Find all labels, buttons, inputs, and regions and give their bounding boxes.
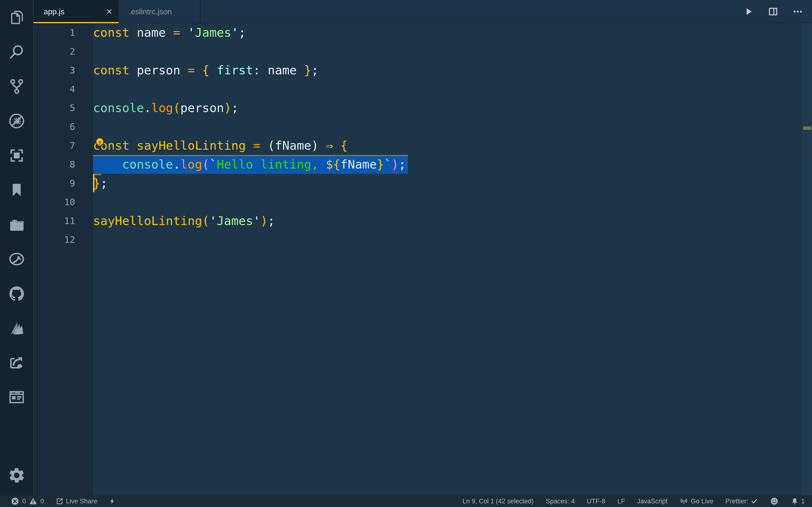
code-token: log bbox=[151, 101, 173, 115]
code-token: ' bbox=[188, 25, 195, 40]
code-token: sayHelloLinting bbox=[93, 214, 202, 228]
line-content[interactable] bbox=[93, 193, 802, 212]
sidebar-item-explorer[interactable] bbox=[0, 0, 33, 35]
code-token: ( bbox=[202, 214, 209, 228]
line-content[interactable] bbox=[93, 42, 802, 61]
overview-ruler[interactable] bbox=[802, 23, 812, 495]
sidebar-item-debug[interactable] bbox=[0, 104, 33, 138]
code-token: first: bbox=[217, 63, 260, 77]
line-content[interactable]: sayHelloLinting('James'); bbox=[93, 212, 802, 230]
git-branch-icon bbox=[8, 78, 26, 95]
sidebar-item-paper-stack[interactable] bbox=[0, 311, 33, 345]
line-content[interactable]: console.log(`Hello linting, ${fName}`); bbox=[93, 155, 802, 174]
line-content[interactable]: const sayHelloLinting = (fName) ⇒ { bbox=[93, 136, 802, 155]
code-token: . bbox=[173, 157, 180, 171]
line-content[interactable]: console.log(person); bbox=[93, 99, 802, 117]
line-content[interactable]: const person = { first: name }; bbox=[93, 61, 802, 80]
language-mode[interactable]: JavaScript bbox=[637, 498, 667, 505]
sidebar-item-code-runner[interactable] bbox=[0, 242, 33, 276]
code-token bbox=[260, 63, 267, 77]
code-line[interactable]: 8 console.log(`Hello linting, ${fName}`)… bbox=[34, 155, 802, 174]
folder-icon bbox=[8, 216, 26, 233]
lightning-status[interactable] bbox=[109, 498, 116, 505]
sidebar-item-screenshot[interactable] bbox=[0, 138, 33, 173]
line-number: 6 bbox=[34, 117, 93, 136]
code-line[interactable]: 11sayHelloLinting('James'); bbox=[34, 212, 802, 230]
code-line[interactable]: 2 bbox=[34, 42, 802, 61]
editor-actions bbox=[743, 0, 812, 23]
code-line[interactable]: 12 bbox=[34, 230, 802, 249]
live-share-status[interactable]: Live Share bbox=[56, 497, 97, 505]
split-editor-icon[interactable] bbox=[767, 6, 779, 17]
tab-eslintrc-json[interactable]: .eslintrc.json bbox=[119, 0, 201, 23]
sidebar-item-bookmarks[interactable] bbox=[0, 173, 33, 207]
code-line[interactable]: 9}; bbox=[34, 174, 802, 193]
settings-button[interactable] bbox=[0, 458, 33, 493]
notifications-status[interactable]: 1 bbox=[791, 497, 805, 505]
close-icon[interactable]: ✕ bbox=[106, 8, 112, 15]
code-token bbox=[260, 138, 267, 153]
code-token: ' bbox=[209, 214, 217, 228]
code-token: name bbox=[137, 25, 166, 40]
go-live-status[interactable]: Go Live bbox=[679, 497, 713, 506]
code-token bbox=[246, 138, 253, 153]
line-content[interactable] bbox=[93, 117, 802, 136]
sidebar-item-source-control[interactable] bbox=[0, 69, 33, 104]
line-number: 7 bbox=[34, 136, 93, 155]
live-share-icon bbox=[56, 497, 63, 505]
eol-sequence[interactable]: LF bbox=[617, 498, 625, 505]
code-editor[interactable]: 1const name = 'James';23const person = {… bbox=[34, 23, 812, 495]
sidebar-item-search[interactable] bbox=[0, 35, 33, 69]
code-token bbox=[130, 25, 137, 40]
cursor-position[interactable]: Ln 9, Col 1 (42 selected) bbox=[463, 498, 534, 505]
line-content[interactable]: const name = 'James'; bbox=[93, 23, 802, 42]
code-token: ) bbox=[311, 138, 318, 153]
sidebar-item-project-manager[interactable] bbox=[0, 207, 33, 242]
problems-status[interactable]: 0 0 bbox=[11, 497, 44, 506]
code-token: fName bbox=[341, 157, 377, 171]
code-token bbox=[297, 63, 304, 77]
code-line[interactable]: 10 bbox=[34, 193, 802, 212]
code-line[interactable]: 5console.log(person); bbox=[34, 99, 802, 117]
github-icon bbox=[8, 285, 26, 302]
sidebar-item-github[interactable] bbox=[0, 276, 33, 311]
code-line[interactable]: 1const name = 'James'; bbox=[34, 23, 802, 42]
code-token: ' bbox=[253, 214, 260, 228]
more-actions-icon[interactable] bbox=[792, 6, 803, 17]
code-line[interactable]: 3const person = { first: name }; bbox=[34, 61, 802, 80]
code-token: ; bbox=[311, 63, 318, 77]
code-token: fName bbox=[275, 138, 311, 153]
code-line[interactable]: 6 bbox=[34, 117, 802, 136]
line-content[interactable] bbox=[93, 230, 802, 249]
code-token: name bbox=[268, 63, 297, 77]
sidebar-item-share[interactable] bbox=[0, 345, 33, 380]
notification-count: 1 bbox=[801, 498, 805, 505]
run-icon[interactable] bbox=[743, 6, 754, 17]
feedback-status[interactable] bbox=[770, 497, 779, 506]
code-token: log bbox=[180, 157, 202, 171]
code-token: ; bbox=[231, 101, 239, 115]
quick-fix-lightbulb-icon[interactable] bbox=[93, 137, 107, 152]
code-token bbox=[180, 63, 188, 77]
tab-label: app.js bbox=[34, 7, 64, 16]
sidebar-item-browser-preview[interactable] bbox=[0, 380, 33, 414]
circle-branch-icon bbox=[8, 250, 26, 268]
line-content[interactable]: }; bbox=[93, 174, 802, 193]
smiley-icon bbox=[770, 497, 779, 506]
code-line[interactable]: 7const sayHelloLinting = (fName) ⇒ { bbox=[34, 136, 802, 155]
code-token bbox=[130, 63, 137, 77]
bell-icon bbox=[791, 497, 799, 505]
tab-app-js[interactable]: app.js ✕ bbox=[34, 0, 119, 23]
code-line[interactable]: 4 bbox=[34, 80, 802, 99]
prettier-status[interactable]: Prettier: bbox=[725, 498, 758, 505]
encoding[interactable]: UTF-8 bbox=[587, 498, 605, 505]
lightning-icon bbox=[109, 498, 116, 505]
indentation[interactable]: Spaces: 4 bbox=[546, 498, 575, 505]
code-token: ) bbox=[260, 214, 267, 228]
code-token: } bbox=[377, 157, 384, 171]
selection-marker bbox=[803, 126, 811, 130]
error-count: 0 bbox=[22, 498, 26, 505]
line-content[interactable] bbox=[93, 80, 802, 99]
code-token bbox=[130, 138, 137, 153]
line-number: 9 bbox=[34, 174, 93, 193]
